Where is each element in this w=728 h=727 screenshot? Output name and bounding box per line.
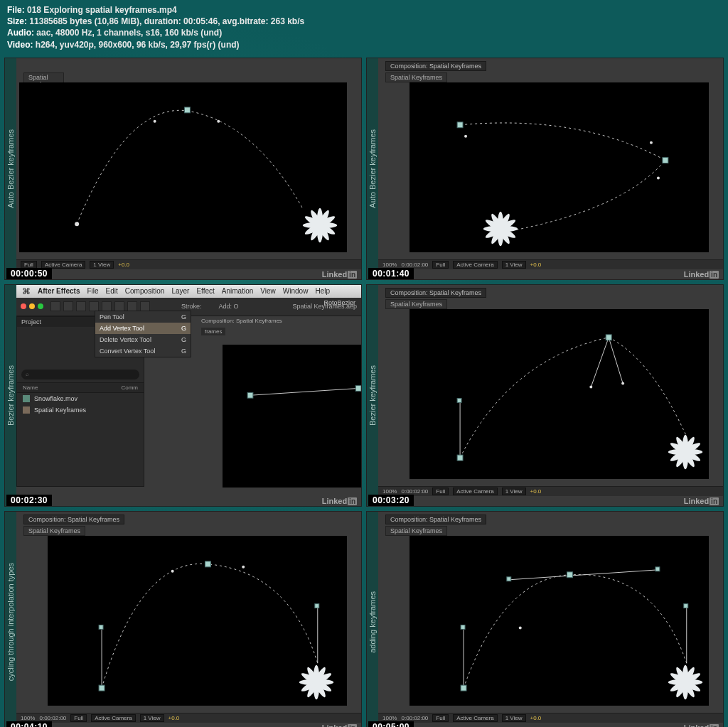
menu-file[interactable]: File: [87, 287, 98, 295]
convert-vertex-tool-option[interactable]: Convert Vertex ToolG: [95, 345, 191, 357]
viewer-canvas[interactable]: [410, 309, 709, 479]
menu-help[interactable]: Help: [315, 287, 330, 295]
thumbnail-5: cycling through interpolation types Comp…: [4, 511, 362, 727]
menu-effect[interactable]: Effect: [196, 287, 214, 295]
svg-point-61: [519, 626, 522, 629]
project-columns: NameComm: [17, 382, 144, 393]
svg-rect-57: [567, 572, 572, 578]
timestamp: 00:05:00: [368, 721, 414, 727]
comp-title: Composition: Spatial Keyframes: [23, 515, 124, 524]
snowflake-icon: [481, 209, 520, 249]
thumbnail-6: adding keyframes Composition: Spatial Ke…: [366, 511, 724, 727]
svg-line-53: [510, 570, 658, 580]
svg-rect-41: [99, 625, 103, 629]
project-item[interactable]: Snowflake.mov: [17, 393, 144, 404]
svg-rect-40: [99, 685, 105, 691]
svg-rect-56: [461, 625, 465, 629]
comp-tab[interactable]: Spatial Keyframes: [385, 299, 447, 309]
menu-window[interactable]: Window: [283, 287, 309, 295]
svg-point-3: [217, 120, 220, 123]
timestamp: 00:03:20: [368, 495, 414, 506]
svg-rect-10: [457, 122, 463, 128]
snowflake-icon: [300, 205, 340, 245]
svg-rect-42: [205, 561, 210, 567]
menu-animation[interactable]: Animation: [222, 287, 253, 295]
project-search-input[interactable]: ⌕: [21, 370, 139, 379]
comp-title: Composition: Spatial Keyframes: [385, 61, 486, 71]
svg-rect-58: [507, 577, 511, 581]
thumbnail-2: Auto Bezier keyframes Composition: Spati…: [366, 58, 724, 280]
selection-tool[interactable]: [50, 301, 60, 311]
menu-composition[interactable]: Composition: [125, 287, 165, 295]
svg-point-2: [154, 120, 156, 123]
svg-rect-11: [663, 157, 668, 163]
chapter-label: Bezier keyframes: [5, 285, 16, 506]
viewer-canvas[interactable]: [410, 536, 709, 706]
svg-rect-59: [655, 567, 660, 571]
zoom-tool[interactable]: [76, 301, 86, 311]
linkedin-badge: Linkedin: [322, 723, 357, 727]
viewer-canvas[interactable]: [19, 82, 347, 252]
menu-view[interactable]: View: [260, 287, 276, 295]
comp-tab-bar: Composition: Spatial Keyframes Spatial K…: [385, 288, 486, 298]
viewer-status-bar: 100%0:00:02:00FullActive Camera1 View+0.…: [378, 259, 723, 269]
svg-point-30: [589, 385, 592, 388]
comp-tab[interactable]: Spatial Keyframes: [385, 72, 447, 82]
pen-tool-flyout[interactable]: Pen ToolG Add Vertex ToolG Delete Vertex…: [95, 311, 191, 357]
linkedin-badge: Linkedin: [684, 270, 719, 279]
snowflake-icon: [665, 662, 705, 702]
viewer-status-bar: 100%0:00:02:00FullActive Camera1 View+0.…: [378, 486, 723, 496]
comp-tab-bar: Composition: Spatial Keyframes Spatial K…: [385, 61, 486, 71]
add-vertex-tool-option[interactable]: Add Vertex ToolG: [95, 323, 191, 334]
viewer-status-bar: 100%0:00:02:00FullActive Camera1 View+0.…: [378, 713, 723, 723]
pen-tool-option[interactable]: Pen ToolG: [95, 311, 191, 323]
linkedin-badge: Linkedin: [322, 497, 357, 505]
svg-line-21: [250, 388, 358, 395]
svg-point-13: [650, 141, 653, 144]
snowflake-icon: [665, 432, 705, 472]
hand-tool[interactable]: [63, 301, 73, 311]
svg-rect-22: [247, 392, 253, 398]
chapter-label: cycling through interpolation types: [5, 512, 16, 727]
svg-rect-60: [684, 603, 688, 608]
viewer-status-bar: 100%0:00:02:00FullActive Camera1 View+0.…: [16, 713, 361, 723]
comp-tab[interactable]: Spatial Keyframes: [385, 526, 447, 536]
linkedin-badge: Linkedin: [322, 270, 357, 279]
snowflake-icon: [296, 662, 336, 702]
viewer-canvas[interactable]: [223, 345, 361, 488]
svg-rect-55: [461, 685, 466, 691]
chapter-label: Bezier keyframes: [367, 285, 378, 506]
thumbnail-1: Auto Bezier keyframes Spatial Keyframes …: [4, 58, 362, 280]
svg-rect-27: [457, 455, 463, 461]
viewer-canvas[interactable]: [410, 82, 709, 252]
svg-line-25: [591, 338, 609, 387]
chapter-label: adding keyframes: [367, 512, 378, 727]
menu-layer[interactable]: Layer: [171, 287, 189, 295]
svg-line-26: [609, 338, 623, 384]
timestamp: 00:04:10: [6, 721, 52, 727]
project-item[interactable]: Spatial Keyframes: [17, 404, 144, 416]
comp-tab-bar: Composition: Spatial Keyframes Spatial K…: [23, 515, 124, 524]
timestamp: 00:02:30: [6, 495, 52, 506]
svg-point-14: [657, 176, 660, 179]
chapter-label: Auto Bezier keyframes: [5, 58, 16, 279]
svg-point-31: [621, 382, 624, 384]
mac-menubar[interactable]: ⌘ After Effects File Edit Composition La…: [16, 285, 361, 298]
thumbnail-3: Bezier keyframes ⌘ After Effects File Ed…: [4, 284, 362, 507]
menu-edit[interactable]: Edit: [106, 287, 118, 295]
viewer-canvas[interactable]: [48, 536, 347, 706]
media-info-block: File: 018 Exploring spatial keyframes.mp…: [0, 0, 728, 55]
viewer-status-bar: FullActive Camera1 View+0.0: [16, 259, 361, 269]
svg-point-1: [75, 222, 79, 226]
timestamp: 00:01:40: [368, 268, 414, 279]
delete-vertex-tool-option[interactable]: Delete Vertex ToolG: [95, 334, 191, 345]
svg-rect-23: [355, 385, 361, 391]
comp-tab[interactable]: Spatial Keyframes: [23, 526, 85, 536]
thumbnail-4: Bezier keyframes Composition: Spatial Ke…: [366, 284, 724, 507]
svg-point-45: [242, 566, 245, 569]
svg-rect-29: [606, 335, 611, 340]
svg-point-12: [464, 134, 467, 137]
linkedin-badge: Linkedin: [684, 497, 719, 505]
comp-tab-bar: Composition: Spatial Keyframes Spatial K…: [385, 515, 486, 524]
comp-title: Composition: Spatial Keyframes: [385, 515, 486, 524]
